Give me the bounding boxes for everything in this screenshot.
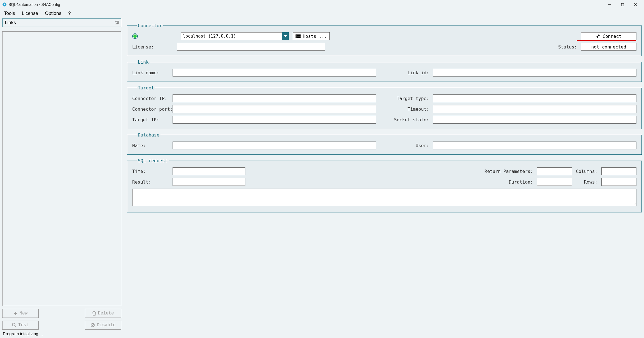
- chevron-down-icon[interactable]: [282, 32, 289, 40]
- sql-time-label: Time:: [132, 169, 169, 174]
- delete-button-label: Delete: [98, 311, 114, 316]
- sql-rows-field[interactable]: [601, 178, 636, 186]
- sql-result-field[interactable]: [173, 178, 245, 186]
- new-button-label: New: [20, 311, 28, 316]
- menu-tools[interactable]: Tools: [3, 10, 16, 17]
- statusbar-text: Program initializing ...: [3, 331, 43, 336]
- disable-icon: [90, 323, 95, 327]
- db-name-label: Name:: [132, 143, 169, 148]
- target-ip-label: Target IP:: [132, 117, 169, 122]
- target-group: Target Connector IP: Target type: Connec…: [127, 85, 642, 129]
- connect-button[interactable]: Connect: [581, 32, 636, 40]
- svg-rect-2: [621, 3, 624, 6]
- titlebar: SQL4automation - S4AConfig: [0, 0, 644, 9]
- connector-ip-label: Connector IP:: [132, 96, 169, 101]
- timeout-field[interactable]: [433, 105, 636, 113]
- database-group: Database Name: User:: [127, 132, 642, 155]
- sql-group: SQL request Time: Return Parameters: Col…: [127, 158, 642, 212]
- sql-time-field[interactable]: [173, 167, 245, 175]
- sql-duration-field[interactable]: [537, 178, 572, 186]
- link-name-label: Link name:: [132, 70, 169, 75]
- connector-port-field[interactable]: [173, 105, 376, 113]
- connector-group: Connector Hosts ... Connect: [127, 23, 642, 56]
- sql-columns-label: Columns:: [576, 169, 597, 174]
- sql-legend: SQL request: [137, 158, 169, 163]
- sql-text-area[interactable]: [132, 189, 636, 206]
- status-box: not connected: [581, 43, 636, 51]
- test-button-label: Test: [18, 323, 29, 328]
- svg-line-8: [15, 326, 16, 327]
- status-label: Status:: [558, 44, 577, 50]
- menubar: Tools License Options ?: [0, 9, 644, 18]
- sql-return-params-label: Return Parameters:: [485, 169, 533, 174]
- detach-icon[interactable]: [115, 21, 119, 25]
- disable-button-label: Disable: [97, 323, 115, 328]
- disable-button[interactable]: Disable: [85, 321, 121, 330]
- hosts-button-label: Hosts ...: [303, 34, 327, 39]
- plus-icon: [13, 311, 18, 316]
- delete-button[interactable]: Delete: [85, 309, 121, 318]
- status-value: not connected: [591, 44, 626, 50]
- target-type-label: Target type:: [393, 96, 429, 101]
- menu-help[interactable]: ?: [67, 10, 72, 17]
- connector-status-led: [132, 33, 138, 39]
- plug-icon: [596, 34, 600, 38]
- test-button[interactable]: Test: [2, 321, 39, 330]
- database-legend: Database: [137, 132, 161, 138]
- search-icon: [12, 323, 17, 327]
- trash-icon: [92, 311, 96, 316]
- sql-duration-label: Duration:: [509, 179, 533, 185]
- svg-point-13: [296, 35, 297, 36]
- license-label: License:: [132, 44, 173, 50]
- maximize-button[interactable]: [616, 0, 629, 9]
- db-user-label: User:: [393, 143, 429, 148]
- minimize-button[interactable]: [603, 0, 616, 9]
- window-title: SQL4automation - S4AConfig: [8, 2, 60, 7]
- timeout-label: Timeout:: [393, 107, 429, 112]
- menu-license[interactable]: License: [21, 10, 39, 17]
- connect-underline: [577, 40, 636, 41]
- link-group: Link Link name: Link id:: [127, 59, 642, 82]
- svg-line-10: [92, 324, 94, 326]
- connector-port-label: Connector port:: [132, 107, 169, 112]
- license-field[interactable]: [177, 43, 325, 51]
- target-legend: Target: [137, 85, 155, 91]
- svg-point-14: [296, 37, 297, 38]
- connect-button-label: Connect: [603, 34, 621, 39]
- connector-ip-field[interactable]: [173, 94, 376, 102]
- db-name-field[interactable]: [173, 142, 376, 149]
- link-legend: Link: [137, 59, 150, 65]
- close-button[interactable]: [629, 0, 642, 9]
- right-pane: Connector Hosts ... Connect: [127, 18, 642, 330]
- db-user-field[interactable]: [433, 142, 636, 149]
- sql-columns-field[interactable]: [601, 167, 636, 175]
- links-list[interactable]: [2, 31, 121, 306]
- links-header: Links: [2, 18, 121, 27]
- links-header-label: Links: [5, 20, 16, 26]
- connector-legend: Connector: [137, 23, 163, 28]
- target-ip-field[interactable]: [173, 116, 376, 124]
- target-type-field[interactable]: [433, 94, 636, 102]
- host-select[interactable]: [181, 32, 289, 40]
- hosts-button[interactable]: Hosts ...: [293, 32, 330, 40]
- svg-rect-6: [116, 21, 118, 24]
- link-name-field[interactable]: [173, 69, 376, 77]
- socket-state-field[interactable]: [433, 116, 636, 124]
- new-button[interactable]: New: [2, 309, 39, 318]
- statusbar: Program initializing ...: [0, 330, 644, 338]
- hosts-icon: [296, 34, 301, 38]
- sql-result-label: Result:: [132, 179, 169, 185]
- link-id-label: Link id:: [393, 70, 429, 75]
- svg-rect-5: [115, 22, 118, 24]
- app-icon: [2, 2, 7, 7]
- menu-options[interactable]: Options: [44, 10, 62, 17]
- sql-rows-label: Rows:: [584, 179, 597, 185]
- left-pane: Links New Delete Test Disa: [2, 18, 121, 330]
- sql-return-params-field[interactable]: [537, 167, 572, 175]
- socket-state-label: Socket state:: [393, 117, 429, 122]
- svg-point-7: [12, 323, 15, 326]
- link-id-field[interactable]: [433, 69, 636, 77]
